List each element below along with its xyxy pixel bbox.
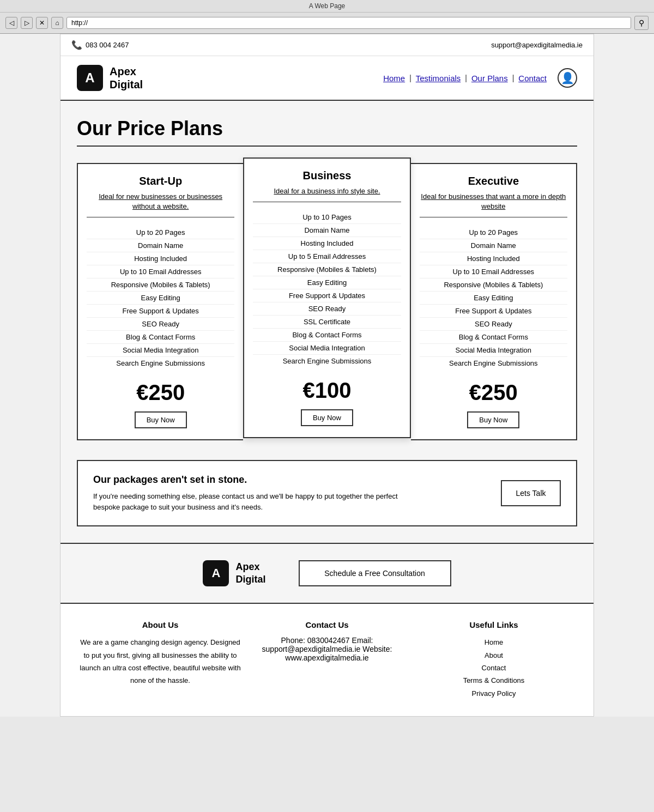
browser-titlebar: A Web Page xyxy=(0,0,654,13)
nav-home[interactable]: Home xyxy=(379,74,409,83)
search-button[interactable]: ⚲ xyxy=(634,16,649,30)
nav-menu: Home | Testimonials | Our Plans | Contac… xyxy=(379,68,577,88)
list-item: Responsive (Mobiles & Tablets) xyxy=(253,263,401,276)
footer-logo-section: A ApexDigital Schedule a Free Consultati… xyxy=(60,543,594,603)
list-item: Hosting Included xyxy=(420,252,567,265)
startup-divider xyxy=(87,217,234,217)
list-item: SEO Ready xyxy=(253,302,401,316)
startup-card: Start-Up Ideal for new businesses or bus… xyxy=(77,163,243,440)
footer-link-contact[interactable]: Contact xyxy=(410,662,577,674)
custom-package-heading: Our packages aren't set in stone. xyxy=(93,474,398,486)
user-icon[interactable]: 👤 xyxy=(558,68,577,88)
custom-package-text: Our packages aren't set in stone. If you… xyxy=(93,474,398,512)
list-item: Blog & Contact Forms xyxy=(253,329,401,342)
list-item: Free Support & Updates xyxy=(253,289,401,302)
footer-contact-phone: Phone: 0830042467 xyxy=(281,636,350,645)
footer-logo-area: A ApexDigital xyxy=(203,560,265,586)
business-divider xyxy=(253,202,401,202)
executive-features: Up to 20 Pages Domain Name Hosting Inclu… xyxy=(420,226,567,369)
browser-chrome: A Web Page ◁ ▷ ✕ ⌂ ⚲ xyxy=(0,0,654,34)
startup-buy-button[interactable]: Buy Now xyxy=(135,411,187,428)
business-subtitle: Ideal for a business info style site. xyxy=(253,186,401,196)
executive-price: €250 xyxy=(420,380,567,405)
list-item: Social Media Integration xyxy=(87,344,234,357)
footer-contact-heading: Contact Us xyxy=(244,620,410,629)
footer-about-heading: About Us xyxy=(77,620,244,629)
list-item: Easy Editing xyxy=(253,276,401,289)
footer-links-heading: Useful Links xyxy=(410,620,577,629)
main-content: Our Price Plans Start-Up Ideal for new b… xyxy=(60,101,594,543)
forward-button[interactable]: ▷ xyxy=(21,17,33,29)
list-item: Responsive (Mobiles & Tablets) xyxy=(87,278,234,292)
startup-subtitle: Ideal for new businesses or businesses w… xyxy=(87,192,234,211)
footer-links-col: Useful Links Home About Contact Terms & … xyxy=(410,620,577,700)
executive-divider xyxy=(420,217,567,217)
address-bar[interactable] xyxy=(66,17,631,29)
list-item: Blog & Contact Forms xyxy=(87,331,234,344)
list-item: Search Engine Submissions xyxy=(420,357,567,369)
footer-contact-col: Contact Us Phone: 0830042467 Email: supp… xyxy=(244,620,410,700)
nav-our-plans[interactable]: Our Plans xyxy=(467,74,512,83)
custom-package-body: If you're needing something else, please… xyxy=(93,491,398,512)
close-button[interactable]: ✕ xyxy=(36,17,48,29)
list-item: Hosting Included xyxy=(253,237,401,250)
startup-features: Up to 20 Pages Domain Name Hosting Inclu… xyxy=(87,226,234,369)
custom-package-section: Our packages aren't set in stone. If you… xyxy=(77,460,577,526)
list-item: Up to 20 Pages xyxy=(87,226,234,239)
list-item: Responsive (Mobiles & Tablets) xyxy=(420,278,567,292)
list-item: Free Support & Updates xyxy=(87,305,234,318)
list-item: SEO Ready xyxy=(420,318,567,331)
page-title: Our Price Plans xyxy=(77,117,577,140)
list-item: Up to 5 Email Addresses xyxy=(253,250,401,263)
footer-link-about[interactable]: About xyxy=(410,649,577,662)
phone-icon: 📞 xyxy=(71,40,82,50)
back-button[interactable]: ◁ xyxy=(5,17,17,29)
list-item: Easy Editing xyxy=(420,292,567,305)
nav-contact[interactable]: Contact xyxy=(514,74,551,83)
browser-title: A Web Page xyxy=(309,2,346,10)
list-item: Up to 10 Email Addresses xyxy=(87,265,234,278)
executive-title: Executive xyxy=(420,175,567,187)
list-item: Domain Name xyxy=(420,239,567,252)
footer-links: About Us We are a game changing design a… xyxy=(60,603,594,716)
business-buy-button[interactable]: Buy Now xyxy=(301,409,353,426)
business-price: €100 xyxy=(253,378,401,403)
executive-buy-button[interactable]: Buy Now xyxy=(467,411,519,428)
page-wrapper: 📞 083 004 2467 support@apexdigitalmedia.… xyxy=(60,34,594,717)
home-button[interactable]: ⌂ xyxy=(51,17,63,29)
list-item: Domain Name xyxy=(87,239,234,252)
schedule-consultation-button[interactable]: Schedule a Free Consultation xyxy=(299,560,451,586)
phone-section: 📞 083 004 2467 xyxy=(71,40,129,50)
business-features: Up to 10 Pages Domain Name Hosting Inclu… xyxy=(253,211,401,367)
list-item: Blog & Contact Forms xyxy=(420,331,567,344)
list-item: Domain Name xyxy=(253,224,401,237)
list-item: Social Media Integration xyxy=(420,344,567,357)
list-item: Search Engine Submissions xyxy=(87,357,234,369)
logo-area: A ApexDigital xyxy=(77,65,143,91)
lets-talk-button[interactable]: Lets Talk xyxy=(501,480,561,506)
footer-about-text: We are a game changing design agency. De… xyxy=(77,636,244,687)
business-card: Business Ideal for a business info style… xyxy=(243,157,410,438)
site-header: A ApexDigital Home | Testimonials | Our … xyxy=(60,56,594,101)
list-item: Easy Editing xyxy=(87,292,234,305)
footer-logo-text: ApexDigital xyxy=(235,561,265,586)
title-divider xyxy=(77,146,577,147)
footer-about-col: About Us We are a game changing design a… xyxy=(77,620,244,700)
footer-link-terms[interactable]: Terms & Conditions xyxy=(410,674,577,687)
footer-link-privacy[interactable]: Privacy Policy xyxy=(410,687,577,700)
footer-logo-icon: A xyxy=(203,560,229,586)
browser-toolbar: ◁ ▷ ✕ ⌂ ⚲ xyxy=(0,13,654,33)
list-item: Up to 20 Pages xyxy=(420,226,567,239)
executive-subtitle: Ideal for businesses that want a more in… xyxy=(420,192,567,211)
footer-link-home[interactable]: Home xyxy=(410,636,577,649)
list-item: Up to 10 Pages xyxy=(253,211,401,224)
business-title: Business xyxy=(253,169,401,182)
phone-number: 083 004 2467 xyxy=(86,41,129,49)
email-address: support@apexdigitalmedia.ie xyxy=(491,41,583,49)
list-item: Social Media Integration xyxy=(253,342,401,355)
logo-icon: A xyxy=(77,65,103,91)
startup-title: Start-Up xyxy=(87,175,234,187)
list-item: Up to 10 Email Addresses xyxy=(420,265,567,278)
executive-card: Executive Ideal for businesses that want… xyxy=(411,163,577,440)
nav-testimonials[interactable]: Testimonials xyxy=(411,74,465,83)
